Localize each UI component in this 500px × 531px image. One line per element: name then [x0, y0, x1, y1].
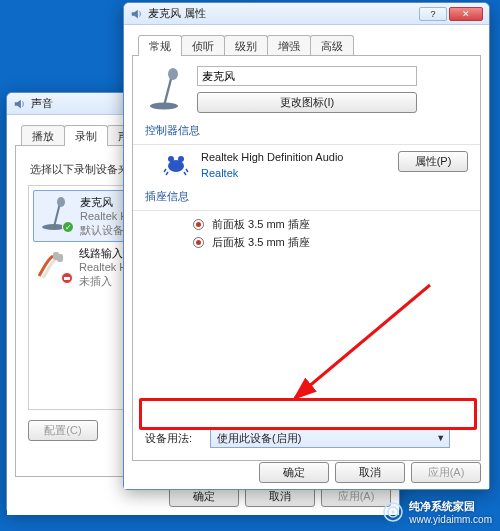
mic-tabs: 常规 侦听 级别 增强 高级 更改图标(I) 控制器 — [132, 29, 481, 481]
svg-line-1 — [54, 203, 60, 227]
close-button[interactable]: ✕ — [449, 7, 483, 21]
tab-enhance[interactable]: 增强 — [267, 35, 311, 56]
help-button[interactable]: ? — [419, 7, 447, 21]
mic-title: 麦克风 属性 — [148, 6, 206, 21]
watermark-logo-icon — [383, 502, 403, 522]
controller-properties-button[interactable]: 属性(P) — [398, 151, 468, 172]
tab-listen[interactable]: 侦听 — [181, 35, 225, 56]
change-icon-button[interactable]: 更改图标(I) — [197, 92, 417, 113]
usage-label: 设备用法: — [145, 431, 192, 446]
realtek-crab-icon — [163, 151, 189, 177]
jack-label: 前面板 3.5 mm 插座 — [212, 217, 310, 232]
tab-recording[interactable]: 录制 — [64, 125, 108, 146]
speaker-icon — [13, 97, 27, 111]
svg-line-6 — [164, 75, 172, 106]
jack-dot-icon — [193, 219, 204, 230]
svg-point-2 — [57, 197, 65, 207]
controller-group-label: 控制器信息 — [145, 123, 468, 138]
mic-large-icon — [145, 66, 183, 110]
watermark: 纯净系统家园 www.yidaimm.com — [383, 499, 492, 525]
svg-point-9 — [168, 156, 174, 162]
jack-group-label: 插座信息 — [145, 189, 468, 204]
linein-icon — [35, 246, 71, 282]
svg-point-10 — [178, 156, 184, 162]
mic-properties-window: 麦克风 属性 ? ✕ 常规 侦听 级别 增强 高级 — [123, 2, 490, 490]
default-check-icon: ✓ — [62, 221, 74, 233]
mic-tabpanel: 更改图标(I) 控制器信息 Realtek High Definition Au… — [132, 55, 481, 461]
watermark-name: 纯净系统家园 — [409, 499, 492, 514]
speaker-icon — [130, 7, 144, 21]
sound-title: 声音 — [31, 96, 53, 111]
jack-dot-icon — [193, 237, 204, 248]
jack-rear: 后面板 3.5 mm 插座 — [193, 235, 468, 250]
device-name-input[interactable] — [197, 66, 417, 86]
device-usage-select[interactable]: 使用此设备(启用) ▼ — [210, 428, 450, 448]
usage-value: 使用此设备(启用) — [217, 431, 301, 446]
configure-button[interactable]: 配置(C) — [28, 420, 98, 441]
chevron-down-icon: ▼ — [436, 433, 445, 443]
jack-front: 前面板 3.5 mm 插座 — [193, 217, 468, 232]
mic-titlebar[interactable]: 麦克风 属性 ? ✕ — [124, 3, 489, 25]
mic-ok-button[interactable]: 确定 — [259, 462, 329, 483]
svg-point-7 — [168, 68, 178, 80]
svg-point-14 — [392, 510, 395, 513]
mic-icon: ✓ — [36, 195, 72, 231]
mic-cancel-button[interactable]: 取消 — [335, 462, 405, 483]
jack-label: 后面板 3.5 mm 插座 — [212, 235, 310, 250]
mic-apply-button[interactable]: 应用(A) — [411, 462, 481, 483]
svg-rect-4 — [57, 254, 63, 262]
tab-levels[interactable]: 级别 — [224, 35, 268, 56]
tab-general[interactable]: 常规 — [138, 35, 182, 56]
tab-playback[interactable]: 播放 — [21, 125, 65, 146]
controller-vendor-link[interactable]: Realtek — [201, 167, 386, 179]
not-plugged-icon — [61, 272, 73, 284]
tab-advanced[interactable]: 高级 — [310, 35, 354, 56]
watermark-url: www.yidaimm.com — [409, 514, 492, 525]
device-usage-row: 设备用法: 使用此设备(启用) ▼ — [145, 428, 468, 448]
controller-name: Realtek High Definition Audio — [201, 151, 386, 163]
